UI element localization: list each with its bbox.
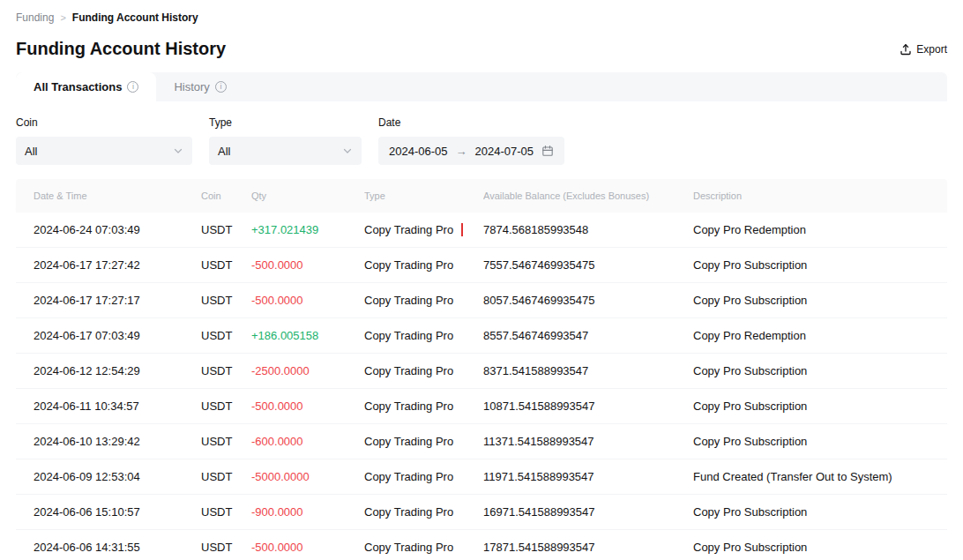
cell-type: Copy Trading Pro xyxy=(364,435,483,448)
tab-history[interactable]: History i xyxy=(156,72,243,101)
cell-type: Copy Trading Pro xyxy=(364,541,483,554)
cell-coin: USDT xyxy=(201,329,251,342)
column-header: Description xyxy=(693,190,929,201)
page-title: Funding Account History xyxy=(16,39,226,59)
cell-coin: USDT xyxy=(201,435,251,448)
tab-all-transactions[interactable]: All Transactions i xyxy=(16,72,156,101)
cell-type-text: Copy Trading Pro xyxy=(364,364,453,377)
cell-datetime: 2024-06-06 14:31:55 xyxy=(34,541,201,554)
info-icon[interactable]: i xyxy=(215,81,227,93)
breadcrumb-funding[interactable]: Funding xyxy=(16,11,54,24)
cell-type-text: Copy Trading Pro xyxy=(364,223,463,236)
table-row: 2024-06-24 07:03:49 USDT +317.021439 Cop… xyxy=(16,213,947,248)
cell-description: Copy Pro Subscription xyxy=(693,294,929,307)
calendar-icon xyxy=(541,145,554,157)
table-row: 2024-06-06 14:31:55 USDT -500.0000 Copy … xyxy=(16,530,947,560)
tab-history-label: History xyxy=(174,80,209,93)
export-icon xyxy=(900,43,912,56)
table-body: 2024-06-24 07:03:49 USDT +317.021439 Cop… xyxy=(16,213,947,560)
chevron-down-icon xyxy=(173,146,183,156)
cell-coin: USDT xyxy=(201,223,251,236)
cell-datetime: 2024-06-11 10:34:57 xyxy=(34,399,201,413)
cell-balance: 7557.5467469935475 xyxy=(483,258,693,272)
breadcrumb: Funding > Funding Account History xyxy=(0,0,963,24)
breadcrumb-separator: > xyxy=(60,12,65,23)
date-range-arrow: → xyxy=(456,145,467,158)
column-header: Coin xyxy=(201,190,251,201)
table-row: 2024-06-12 12:54:29 USDT -2500.0000 Copy… xyxy=(16,354,947,389)
cell-type-text: Copy Trading Pro xyxy=(364,435,453,448)
cell-type-text: Copy Trading Pro xyxy=(364,399,453,413)
cell-description: Copy Pro Subscription xyxy=(693,399,929,413)
cell-qty: +317.021439 xyxy=(251,223,364,236)
coin-filter-label: Coin xyxy=(16,116,192,129)
cell-coin: USDT xyxy=(201,294,251,307)
cell-coin: USDT xyxy=(201,399,251,413)
cell-balance: 10871.541588993547 xyxy=(483,399,693,413)
transactions-table: Date & TimeCoinQtyTypeAvailable Balance … xyxy=(16,179,947,560)
column-header: Available Balance (Excludes Bonuses) xyxy=(483,190,693,201)
cell-qty: -500.0000 xyxy=(251,399,364,413)
cell-qty: -500.0000 xyxy=(251,258,364,272)
info-icon[interactable]: i xyxy=(127,81,138,93)
cell-qty: -500.0000 xyxy=(251,294,364,307)
tab-bar: All Transactions i History i xyxy=(16,72,947,101)
cell-type-text: Copy Trading Pro xyxy=(364,470,453,483)
type-filter-group: Type All xyxy=(209,116,362,165)
cell-datetime: 2024-06-09 12:53:04 xyxy=(34,470,201,483)
date-filter-group: Date 2024-06-05 → 2024-07-05 xyxy=(378,116,564,165)
cell-datetime: 2024-06-17 17:27:42 xyxy=(34,258,201,272)
cell-type: Copy Trading Pro xyxy=(364,399,483,413)
cell-type: Copy Trading Pro xyxy=(364,470,483,483)
cell-type-text: Copy Trading Pro xyxy=(364,329,453,342)
cell-qty: -900.0000 xyxy=(251,505,364,519)
cell-qty: -2500.0000 xyxy=(251,364,364,377)
cell-coin: USDT xyxy=(201,470,251,483)
cell-datetime: 2024-06-17 17:27:17 xyxy=(34,294,201,307)
cell-datetime: 2024-06-17 07:03:49 xyxy=(34,329,201,342)
cell-description: Fund Created (Transfer Out to System) xyxy=(693,470,929,483)
table-row: 2024-06-17 07:03:49 USDT +186.005158 Cop… xyxy=(16,318,947,354)
cell-description: Copy Pro Subscription xyxy=(693,258,929,272)
cell-type-text: Copy Trading Pro xyxy=(364,541,453,554)
coin-select[interactable]: All xyxy=(16,137,192,165)
column-header: Qty xyxy=(251,190,364,201)
cell-type-text: Copy Trading Pro xyxy=(364,294,453,307)
column-header: Date & Time xyxy=(34,190,201,201)
cell-type: Copy Trading Pro xyxy=(364,294,483,307)
date-start: 2024-06-05 xyxy=(389,145,448,158)
table-row: 2024-06-17 17:27:17 USDT -500.0000 Copy … xyxy=(16,283,947,318)
chevron-down-icon xyxy=(342,146,353,156)
cell-type: Copy Trading Pro xyxy=(364,329,483,342)
cell-balance: 11971.541588993547 xyxy=(483,470,693,483)
export-label: Export xyxy=(916,43,947,56)
coin-filter-group: Coin All xyxy=(16,116,192,165)
cell-balance: 8371.541588993547 xyxy=(483,364,693,377)
column-header: Type xyxy=(364,190,483,201)
cell-qty: -5000.0000 xyxy=(251,470,364,483)
cell-type: Copy Trading Pro xyxy=(364,223,483,236)
type-select-value: All xyxy=(218,145,230,158)
type-filter-label: Type xyxy=(209,116,362,129)
type-select[interactable]: All xyxy=(209,137,362,165)
cell-description: Copy Pro Redemption xyxy=(693,329,929,342)
cell-balance: 8057.5467469935475 xyxy=(483,294,693,307)
cell-description: Copy Pro Redemption xyxy=(693,223,929,236)
cell-balance: 17871.541588993547 xyxy=(483,541,693,554)
cell-type: Copy Trading Pro xyxy=(364,505,483,519)
cell-qty: -600.0000 xyxy=(251,435,364,448)
title-row: Funding Account History Export xyxy=(0,24,963,72)
date-filter-label: Date xyxy=(378,116,564,129)
export-button[interactable]: Export xyxy=(900,43,947,56)
coin-select-value: All xyxy=(25,145,37,158)
cell-qty: -500.0000 xyxy=(251,541,364,554)
cell-description: Copy Pro Subscription xyxy=(693,435,929,448)
breadcrumb-current: Funding Account History xyxy=(72,11,198,24)
cell-coin: USDT xyxy=(201,364,251,377)
tab-all-transactions-label: All Transactions xyxy=(34,80,122,93)
date-range-picker[interactable]: 2024-06-05 → 2024-07-05 xyxy=(378,137,564,165)
cell-description: Copy Pro Subscription xyxy=(693,364,929,377)
date-end: 2024-07-05 xyxy=(475,145,534,158)
table-header-row: Date & TimeCoinQtyTypeAvailable Balance … xyxy=(16,179,947,213)
cell-description: Copy Pro Subscription xyxy=(693,505,929,519)
